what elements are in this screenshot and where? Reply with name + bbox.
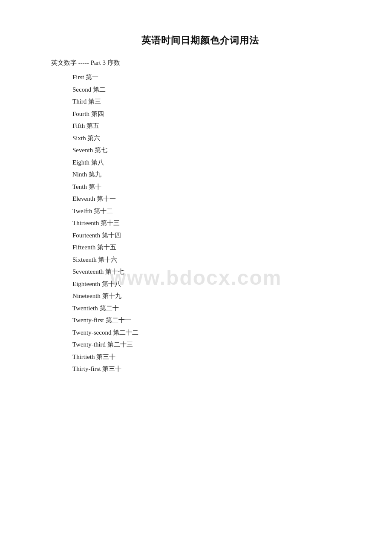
list-item: Twenty-first 第二十一: [51, 314, 349, 327]
list-item: Fourth 第四: [51, 108, 349, 120]
list-item: Twenty-second 第二十二: [51, 327, 349, 339]
list-item: Fifth 第五: [51, 120, 349, 132]
ordinals-list: First 第一Second 第二Third 第三Fourth 第四Fifth …: [51, 71, 349, 375]
list-item: Sixteenth 第十六: [51, 254, 349, 266]
list-item: Eighth 第八: [51, 156, 349, 169]
list-item: Sixth 第六: [51, 132, 349, 145]
list-item: Eighteenth 第十八: [51, 278, 349, 290]
list-item: Twenty-third 第二十三: [51, 338, 349, 351]
list-item: Thirtieth 第三十: [51, 351, 349, 363]
list-item: Ninth 第九: [51, 168, 349, 181]
list-item: Nineteenth 第十九: [51, 290, 349, 302]
list-item: Eleventh 第十一: [51, 193, 349, 205]
list-item: Second 第二: [51, 84, 349, 96]
section-header: 英文数字 ----- Part 3 序数: [51, 59, 349, 67]
list-item: Third 第三: [51, 95, 349, 108]
list-item: Thirty-first 第三十: [51, 363, 349, 375]
list-item: Tenth 第十: [51, 181, 349, 193]
list-item: Seventh 第七: [51, 144, 349, 156]
list-item: Seventeenth 第十七: [51, 266, 349, 278]
page-title: 英语时间日期颜色介词用法: [51, 34, 349, 47]
list-item: Twentieth 第二十: [51, 302, 349, 315]
list-item: First 第一: [51, 71, 349, 84]
list-item: Thirteenth 第十三: [51, 217, 349, 229]
page-container: www.bdocx.com 英语时间日期颜色介词用法 英文数字 ----- Pa…: [0, 0, 392, 409]
list-item: Fifteenth 第十五: [51, 241, 349, 254]
list-item: Twelfth 第十二: [51, 205, 349, 217]
list-item: Fourteenth 第十四: [51, 229, 349, 242]
